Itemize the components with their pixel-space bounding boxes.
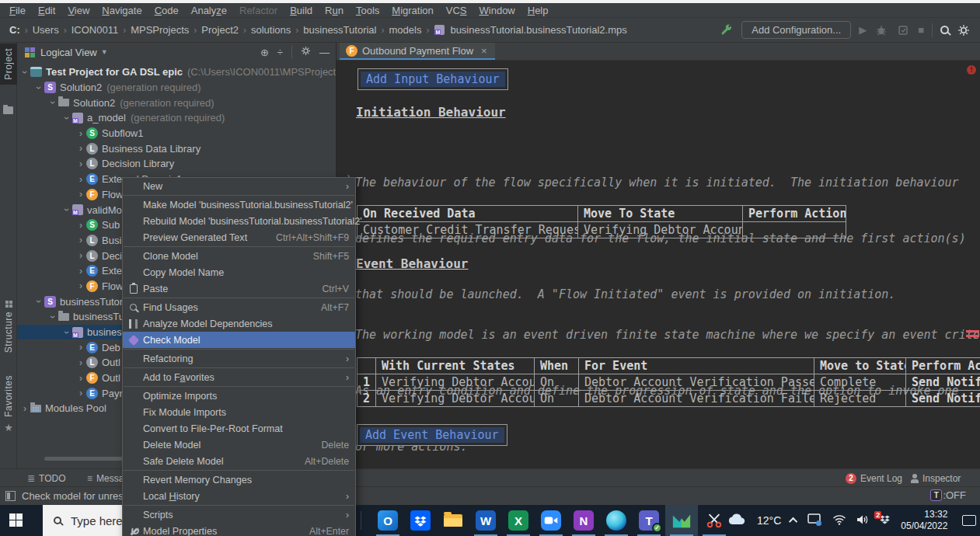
table-cell[interactable]: Send Notification <box>906 374 980 391</box>
table-cell[interactable]: Debtor Account Verification Failed <box>579 391 814 407</box>
taskbar-app-snipping[interactable] <box>698 505 731 536</box>
taskbar-app-outlook[interactable]: O <box>371 505 404 536</box>
taskbar-clock[interactable]: 13:32 05/04/2022 <box>901 509 947 532</box>
menu-navigate[interactable]: Navigate <box>96 5 148 16</box>
close-icon[interactable]: × <box>481 45 487 57</box>
chevron-collapsed-icon[interactable]: › <box>75 189 86 200</box>
menu-migration[interactable]: Migration <box>385 5 439 16</box>
context-menu-find-usages[interactable]: Find UsagesAlt+F7 <box>123 299 355 315</box>
context-menu-refactoring[interactable]: Refactoring› <box>123 350 355 367</box>
volume-icon[interactable] <box>856 514 869 527</box>
todo-tool-button[interactable]: ≣ TODO <box>27 469 66 487</box>
locate-icon[interactable]: ⊕ <box>260 47 269 58</box>
table-cell[interactable]: Complete <box>814 374 906 391</box>
table-cell[interactable]: On <box>535 391 579 407</box>
chevron-collapsed-icon[interactable]: › <box>75 235 86 245</box>
chevron-collapsed-icon[interactable]: › <box>75 174 86 185</box>
breadcrumb-item[interactable]: Users <box>31 24 61 36</box>
context-menu-add-to-favorites[interactable]: Add to Favorites› <box>123 369 355 385</box>
context-menu-optimize-imports[interactable]: Optimize Imports <box>123 388 355 404</box>
tray-expand-chevron-icon[interactable] <box>789 517 797 526</box>
chevron-expanded-icon[interactable]: › <box>19 67 30 78</box>
menu-run[interactable]: Run <box>319 5 350 16</box>
breadcrumb-item[interactable]: businessTutorial <box>302 24 378 36</box>
table-header-cell[interactable]: On Received Data <box>357 206 578 222</box>
chevron-collapsed-icon[interactable]: › <box>75 388 86 399</box>
tree-row[interactable]: ›Solution2(generation required) <box>17 95 337 110</box>
collapse-all-icon[interactable]: ÷ <box>277 47 283 58</box>
chevron-collapsed-icon[interactable]: › <box>75 128 86 139</box>
breadcrumb-item[interactable]: C: <box>8 24 22 36</box>
context-menu-revert-memory-changes[interactable]: Revert Memory Changes <box>123 472 355 488</box>
chevron-expanded-icon[interactable]: › <box>61 204 72 215</box>
table-cell[interactable]: 1 <box>357 374 376 391</box>
dropbox-tray-icon[interactable]: 2 <box>879 514 891 527</box>
context-menu-analyze-model-dependencies[interactable]: Analyze Model Dependencies <box>123 315 355 332</box>
hide-panel-icon[interactable]: — <box>319 47 330 58</box>
menu-analyze[interactable]: Analyze <box>185 5 233 16</box>
table-header-cell[interactable]: For Event <box>579 358 814 374</box>
tree-row[interactable]: ›LBusiness Data Library <box>17 141 337 156</box>
chevron-collapsed-icon[interactable]: › <box>75 357 86 368</box>
table-header-cell[interactable] <box>357 358 376 374</box>
chevron-collapsed-icon[interactable]: › <box>75 143 86 154</box>
breadcrumb-item[interactable]: Project2 <box>200 24 240 36</box>
context-menu-preview-generated-text[interactable]: Preview Generated TextCtrl+Alt+Shift+F9 <box>123 229 355 245</box>
context-menu-convert-to-file-per-root-forma[interactable]: Convert to File-Per-Root Format <box>123 420 355 437</box>
add-configuration-button[interactable]: Add Configuration... <box>741 21 851 39</box>
table-cell[interactable]: Customer Credit Transfer Request <box>357 222 578 238</box>
action-center-icon[interactable] <box>962 515 976 526</box>
tree-row[interactable]: ›SSolution2(generation required) <box>17 80 337 96</box>
start-button[interactable] <box>9 513 23 527</box>
event-log-tool-button[interactable]: 2 Event Log <box>846 469 902 487</box>
chevron-collapsed-icon[interactable]: › <box>75 158 86 169</box>
breadcrumb-item[interactable]: ICON0011 <box>70 24 120 36</box>
favorites-tool-tab[interactable]: Favorites ★ <box>0 375 17 433</box>
search-everywhere-icon[interactable] <box>940 26 949 34</box>
table-header-cell[interactable]: Perform Action <box>906 358 980 374</box>
table-header-cell[interactable]: Move to State <box>814 358 906 374</box>
taskbar-app-zoom[interactable] <box>535 505 567 536</box>
menu-edit[interactable]: Edit <box>32 5 61 16</box>
table-cell[interactable]: Verifying Debtor Account <box>578 222 743 238</box>
inspector-tool-button[interactable]: Inspector <box>911 469 961 487</box>
view-selector[interactable]: Logical View <box>40 47 97 58</box>
table-cell[interactable]: Send Notification <box>906 391 980 407</box>
menu-code[interactable]: Code <box>148 5 185 16</box>
breadcrumb-file[interactable]: businessTutorial.businessTutorial2.mps <box>448 24 628 36</box>
menu-tools[interactable]: Tools <box>350 5 385 16</box>
tree-row[interactable]: ›Test Project for GA DSL epic(C:\Users\I… <box>17 64 337 80</box>
menu-build[interactable]: Build <box>284 5 319 16</box>
table-header-cell[interactable]: Move To State <box>578 206 743 222</box>
menu-file[interactable]: File <box>3 5 32 16</box>
menu-window[interactable]: Window <box>473 5 521 16</box>
chevron-collapsed-icon[interactable]: › <box>75 280 86 291</box>
menu-refactor[interactable]: Refactor <box>233 5 284 16</box>
context-menu-check-model[interactable]: Check Model <box>123 332 355 348</box>
table-cell[interactable]: Debtor Account Verification Passed <box>579 374 814 391</box>
taskbar-app-word[interactable]: W <box>469 505 502 536</box>
table-cell[interactable]: 2 <box>357 391 376 407</box>
breadcrumb-item[interactable]: models <box>387 24 423 36</box>
tree-row[interactable]: ›a_model(generation required) <box>17 110 337 126</box>
chevron-collapsed-icon[interactable]: › <box>75 342 86 353</box>
chevron-expanded-icon[interactable]: › <box>61 113 72 124</box>
context-menu-scripts[interactable]: Scripts› <box>123 506 355 523</box>
table-cell[interactable]: Rejected <box>814 391 906 407</box>
context-menu-rebuild-model-businesstutorial[interactable]: Rebuild Model 'businessTutorial.business… <box>123 213 355 229</box>
tab-outbound-payment-flow[interactable]: F Outbound Payment Flow × <box>340 43 495 60</box>
chevron-collapsed-icon[interactable]: › <box>75 250 86 261</box>
chevron-expanded-icon[interactable]: › <box>33 296 44 307</box>
settings-gear-icon[interactable] <box>957 23 971 37</box>
menu-vcs[interactable]: VCS <box>440 5 473 16</box>
breadcrumb-item[interactable]: solutions <box>249 24 292 36</box>
add-input-behaviour-button[interactable]: Add Input Behaviour <box>357 68 508 90</box>
table-cell[interactable]: Verifying Debtor Account <box>376 391 535 407</box>
context-menu-delete-model[interactable]: Delete ModelDelete <box>123 437 355 453</box>
display-connect-icon[interactable] <box>807 513 822 528</box>
chevron-collapsed-icon[interactable]: › <box>75 266 86 277</box>
wifi-icon[interactable] <box>832 514 846 527</box>
panel-settings-gear-icon[interactable] <box>301 46 311 58</box>
menu-view[interactable]: View <box>61 5 96 16</box>
weather-cloud-icon[interactable] <box>727 513 747 528</box>
